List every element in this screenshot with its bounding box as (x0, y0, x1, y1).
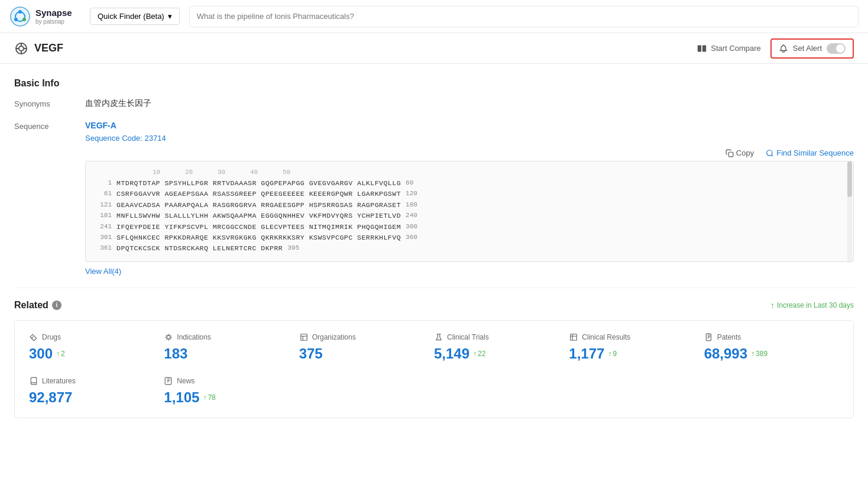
copy-button[interactable]: Copy (726, 148, 754, 157)
view-all-link[interactable]: View All(4) (85, 267, 121, 276)
document-icon (704, 332, 714, 342)
sequence-box: 10 20 30 40 50 1MTDRQTDTAP SPSYHLLPGR RR… (85, 161, 854, 262)
related-item-patents[interactable]: Patents 68,993 ↑389 (704, 332, 839, 362)
basic-info-title: Basic Info (14, 78, 854, 89)
page-header: VEGF Start Compare Set Alert (0, 33, 868, 64)
svg-rect-12 (702, 45, 706, 51)
seq-data: DPQTCKCSCK NTDSRCKARQ LELNERTCRC DKPRR (116, 243, 283, 254)
seq-end-num: 240 (406, 211, 417, 221)
related-title-area: Related i (14, 300, 61, 311)
sequence-content: VEGF-A Sequence Code: 23714 Copy Find Si… (85, 121, 854, 276)
related-item-count: 375 (299, 345, 434, 362)
related-item-name: Literatures (42, 377, 76, 385)
virus-icon (164, 332, 173, 342)
svg-line-23 (166, 338, 167, 340)
building-icon (299, 332, 309, 342)
increase-badge: ↑389 (751, 350, 767, 358)
increase-badge: ↑2 (56, 350, 65, 358)
app-header: Synapse by patsnap Quick Finder (Beta) ▾ (0, 0, 868, 33)
search-input[interactable] (197, 8, 851, 24)
search-container (189, 6, 859, 27)
related-item-label: Clinical Trials (434, 332, 569, 342)
related-item-label: Patents (704, 332, 839, 342)
related-item-empty (704, 376, 839, 406)
related-item-label: News (164, 376, 299, 386)
related-item-count: 183 (164, 345, 299, 362)
svg-rect-25 (571, 334, 577, 340)
main-content: Basic Info Synonyms 血管内皮生长因子 Sequence VE… (0, 64, 868, 432)
sequence-line: 121GEAAVCADSA PAARAPQALA RASGRGGRVA RRGA… (93, 200, 846, 211)
increase-badge: ↑78 (203, 393, 215, 402)
sequence-ruler: 10 20 30 40 50 (93, 169, 846, 176)
related-item-label: Literatures (29, 376, 164, 386)
related-item-drugs[interactable]: Drugs 300 ↑2 (29, 332, 164, 362)
svg-line-22 (170, 335, 171, 336)
seq-start-num: 181 (93, 211, 116, 221)
pill-icon (29, 332, 38, 342)
scrollbar-track (847, 162, 852, 261)
seq-data: MNFLLSWVHW SLALLLYLHH AKWSQAAPMA EGGGQNH… (116, 211, 401, 221)
seq-data: CSRFGGAVVR AGEAEPSGAA RSASSGREEP QPEEGEE… (116, 189, 401, 199)
related-item-news[interactable]: News 1,105 ↑78 (164, 376, 299, 406)
bell-icon (779, 44, 788, 53)
seq-data: IFQEYPDEIE YIFKPSCVPL MRCGGCCNDE GLECVPT… (116, 222, 401, 232)
svg-point-4 (14, 18, 18, 21)
increase-badge: ↑9 (608, 350, 617, 358)
related-item-empty (299, 376, 434, 406)
related-item-indications[interactable]: Indications 183 (164, 332, 299, 362)
flask-icon (434, 332, 443, 342)
related-item-label: Clinical Results (569, 332, 704, 342)
scrollbar-thumb[interactable] (847, 162, 852, 197)
svg-rect-24 (300, 334, 307, 340)
copy-label: Copy (736, 148, 754, 157)
logo-main: Synapse (35, 8, 72, 18)
svg-point-6 (19, 46, 24, 51)
alert-toggle[interactable] (827, 43, 846, 54)
related-item-empty (569, 376, 704, 406)
set-alert-button[interactable]: Set Alert (770, 38, 854, 59)
info-icon[interactable]: i (52, 301, 61, 310)
start-compare-label: Start Compare (711, 44, 761, 53)
related-item-literatures[interactable]: Literatures 92,877 (29, 376, 164, 406)
sequence-line: 1MTDRQTDTAP SPSYHLLPGR RRTVDAAASR GQGPEP… (93, 178, 846, 189)
related-row-1: Drugs 300 ↑2 Indications 183 Organizatio… (29, 332, 839, 362)
quick-finder-button[interactable]: Quick Finder (Beta) ▾ (90, 8, 180, 25)
news-icon (164, 376, 173, 386)
seq-end-num: 395 (287, 243, 299, 254)
svg-line-21 (170, 338, 171, 340)
related-item-name: Organizations (312, 333, 356, 341)
seq-data: MTDRQTDTAP SPSYHLLPGR RRTVDAAASR GQGPEPA… (116, 178, 401, 189)
find-similar-button[interactable]: Find Similar Sequence (766, 148, 854, 157)
related-item-name: Clinical Results (582, 333, 630, 341)
svg-point-14 (767, 150, 772, 155)
related-item-clinical-results[interactable]: Clinical Results 1,177 ↑9 (569, 332, 704, 362)
seq-end-num: 60 (406, 178, 413, 189)
synapse-logo-icon (9, 6, 31, 27)
related-item-clinical-trials[interactable]: Clinical Trials 5,149 ↑22 (434, 332, 569, 362)
synonyms-label: Synonyms (14, 98, 85, 108)
sequence-line: 61CSRFGGAVVR AGEAEPSGAA RSASSGREEP QPEEG… (93, 189, 846, 199)
synonyms-value: 血管内皮生长因子 (85, 98, 151, 109)
compare-icon (697, 43, 707, 54)
sequence-line: 241IFQEYPDEIE YIFKPSCVPL MRCGGCCNDE GLEC… (93, 222, 846, 232)
sequence-line: 301SFLQHNKCEC RPKKDRARQE KKSVRGKGKG QKRK… (93, 232, 846, 243)
target-icon (14, 41, 28, 56)
seq-end-num: 180 (406, 200, 417, 211)
logo-text: Synapse by patsnap (35, 8, 72, 25)
page-actions: Start Compare Set Alert (697, 38, 854, 59)
related-header: Related i ↑ Increase in Last 30 days (14, 300, 854, 311)
seq-start-num: 301 (93, 232, 116, 243)
seq-end-num: 120 (406, 189, 417, 199)
chevron-down-icon: ▾ (168, 12, 172, 21)
sequence-actions: Copy Find Similar Sequence (85, 148, 854, 157)
related-item-organizations[interactable]: Organizations 375 (299, 332, 434, 362)
related-item-count: 1,177 ↑9 (569, 345, 704, 362)
start-compare-button[interactable]: Start Compare (697, 43, 761, 54)
seq-data: SFLQHNKCEC RPKKDRARQE KKSVRGKGKG QKRKRKK… (116, 232, 401, 243)
synonyms-row: Synonyms 血管内皮生长因子 (14, 98, 854, 109)
similar-icon (766, 149, 774, 157)
related-item-name: News (177, 377, 195, 385)
seq-start-num: 1 (93, 178, 116, 189)
related-item-count: 5,149 ↑22 (434, 345, 569, 362)
quick-finder-label: Quick Finder (Beta) (98, 12, 164, 21)
